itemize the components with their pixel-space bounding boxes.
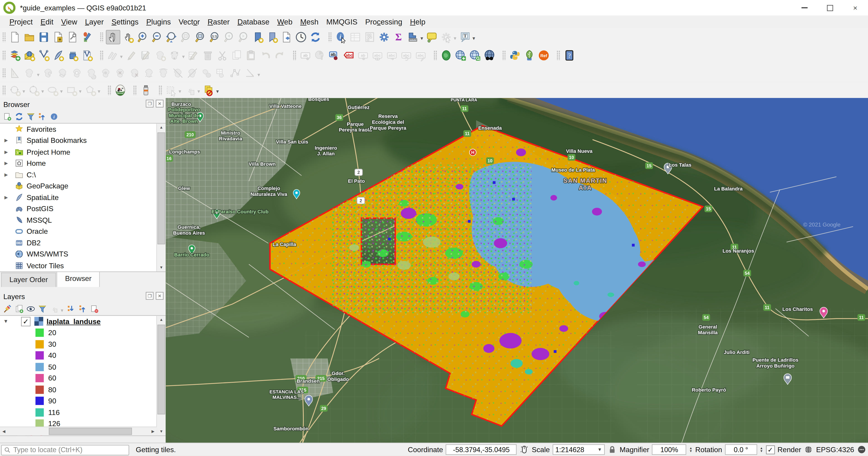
map-canvas[interactable]: H210163622101111151511541154112102152152… — [166, 98, 868, 443]
layer-diagram-options-button[interactable]: abc — [342, 48, 355, 62]
toolbar-grip[interactable] — [107, 85, 111, 95]
circle-from-3points-button[interactable]: ✱ — [27, 84, 41, 97]
toolbar-grip[interactable] — [502, 50, 506, 60]
rotation-spin-arrows[interactable]: ▲▼ — [760, 447, 763, 452]
filter-legend-button[interactable] — [37, 304, 47, 314]
legend-item-40[interactable]: 40 — [0, 350, 166, 361]
browser-item-db2[interactable]: DB2DB2 — [0, 237, 166, 249]
ellipse-from-center-button[interactable]: ✱ — [46, 84, 59, 97]
scroll-down-icon[interactable]: ▼ — [157, 428, 166, 435]
python-console-button[interactable] — [508, 48, 522, 62]
browser-properties-button[interactable]: i — [49, 111, 59, 122]
add-raster-layer-button[interactable]: ✱ — [23, 48, 36, 62]
menu-raster[interactable]: Raster — [204, 16, 234, 27]
change-label-button[interactable]: abc — [414, 48, 427, 62]
split-features-button[interactable] — [171, 66, 185, 80]
toolbar-grip[interactable] — [2, 85, 6, 95]
open-data-source-manager-button[interactable] — [8, 48, 22, 62]
add-ring-button[interactable] — [70, 66, 84, 80]
add-postgis-layer-button[interactable]: ✱ — [66, 48, 80, 62]
toolbar-grip[interactable] — [433, 50, 437, 60]
run-feature-action-button[interactable] — [439, 30, 453, 43]
browser-item-c-[interactable]: ▶C:\ — [0, 169, 166, 180]
current-edits-button[interactable] — [106, 48, 119, 62]
menu-web[interactable]: Web — [273, 16, 296, 27]
menu-plugins[interactable]: Plugins — [143, 16, 175, 27]
refresh-browser-button[interactable] — [14, 111, 24, 122]
menu-settings[interactable]: Settings — [107, 16, 142, 27]
rotate-label-button[interactable]: abc — [400, 48, 413, 62]
browser-item-postgis[interactable]: PostGIS — [0, 203, 166, 214]
toolbar-grip[interactable] — [100, 50, 104, 60]
legend-item-50[interactable]: 50 — [0, 361, 166, 372]
zoom-to-selection-button[interactable] — [179, 30, 192, 43]
text-annotation-button[interactable]: T — [458, 30, 472, 43]
rotate-feature-button[interactable] — [41, 66, 55, 80]
expand-all-button[interactable] — [66, 304, 76, 314]
ellipse-from-center-dropdown[interactable]: ▼ — [59, 89, 64, 94]
trim-extend-button[interactable] — [243, 66, 256, 80]
remove-layer-button[interactable] — [90, 304, 100, 314]
layer-expand-arrow[interactable]: ▼ — [3, 319, 9, 324]
pan-map-to-selection-button[interactable]: ✱ — [121, 30, 135, 43]
menu-database[interactable]: Database — [234, 16, 273, 27]
add-group-button[interactable] — [14, 304, 24, 314]
diagram-options-button[interactable] — [313, 48, 327, 62]
toolbar-grip[interactable] — [557, 50, 560, 60]
deselect-all-button[interactable] — [202, 84, 215, 97]
deselect-all-dropdown[interactable]: ▼ — [215, 89, 220, 94]
toolbar-grip[interactable] — [328, 32, 332, 42]
save-layer-edits-button[interactable] — [139, 48, 152, 62]
current-edits-dropdown[interactable]: ▼ — [119, 54, 123, 59]
save-project-button[interactable] — [37, 30, 51, 43]
geocode-search-button[interactable] — [468, 48, 482, 62]
browser-item-geopackage[interactable]: GeoPackage — [0, 180, 166, 192]
toolbar-grip[interactable] — [133, 85, 136, 95]
expand-arrow-icon[interactable]: ▶ — [4, 195, 11, 200]
toolbar-grip[interactable] — [100, 32, 104, 42]
offset-curve-button[interactable] — [157, 66, 170, 80]
measure-line-dropdown[interactable]: ▼ — [420, 36, 424, 41]
zoom-last-button[interactable] — [222, 30, 236, 43]
browser-item-oracle[interactable]: Oracle — [0, 226, 166, 237]
scroll-right-icon[interactable]: ▶ — [149, 427, 157, 435]
rectangle-from-extent-dropdown[interactable]: ▼ — [78, 89, 82, 94]
processing-toolbox-button[interactable] — [377, 30, 391, 43]
browser-item-spatialite[interactable]: ▶SpatiaLite — [0, 192, 166, 203]
redo-button[interactable] — [273, 48, 286, 62]
expand-arrow-icon[interactable]: ▶ — [4, 150, 11, 155]
statistical-summary-button[interactable]: Σ — [392, 30, 405, 43]
delete-selected-button[interactable] — [201, 48, 214, 62]
quickmapservices-button[interactable] — [523, 48, 536, 62]
help-contents-button[interactable]: ? — [562, 48, 576, 62]
trim-extend-dropdown[interactable]: ▼ — [256, 72, 261, 77]
toolbar-grip[interactable] — [293, 50, 297, 60]
browser-item-spatial-bookmarks[interactable]: ▶Spatial Bookmarks — [0, 135, 166, 146]
menu-project[interactable]: Project — [5, 16, 36, 27]
expand-arrow-icon[interactable]: ▶ — [4, 161, 11, 166]
toolbar-grip[interactable] — [2, 50, 6, 60]
new-spatial-bookmark-button[interactable]: ✱ — [251, 30, 265, 43]
new-map-view-button[interactable] — [280, 30, 293, 43]
field-calculator-button[interactable] — [363, 30, 376, 43]
regular-polygon-button[interactable]: ✱ — [84, 84, 97, 97]
extents-mouse-icon[interactable] — [520, 445, 529, 454]
browser-item-mssql[interactable]: MSSQL — [0, 215, 166, 226]
layer-name[interactable]: laplata_landuse — [46, 317, 100, 326]
scroll-down-icon[interactable]: ▼ — [157, 264, 166, 271]
show-layout-manager-button[interactable] — [66, 30, 80, 43]
messages-icon[interactable] — [857, 445, 866, 454]
menu-edit[interactable]: Edit — [36, 16, 57, 27]
filter-by-expression-dropdown[interactable]: ▼ — [60, 308, 64, 313]
add-virtual-layer-button[interactable]: ✱ — [80, 48, 94, 62]
merge-attributes-button[interactable] — [214, 66, 228, 80]
layer-item-laplata-landuse[interactable]: ▼ ✓ laplata_landuse — [0, 316, 166, 327]
toolbar-grip[interactable] — [158, 85, 162, 95]
magnifier-spin[interactable]: 100% — [652, 445, 686, 455]
menu-help[interactable]: Help — [406, 16, 429, 27]
open-attribute-table-button[interactable] — [349, 30, 362, 43]
legend-item-116[interactable]: 116 — [0, 406, 166, 418]
measure-line-button[interactable] — [406, 30, 420, 43]
rotation-spin[interactable]: 0.0 ° — [725, 445, 757, 455]
scale-combo[interactable]: 1:214628▼ — [553, 445, 605, 455]
